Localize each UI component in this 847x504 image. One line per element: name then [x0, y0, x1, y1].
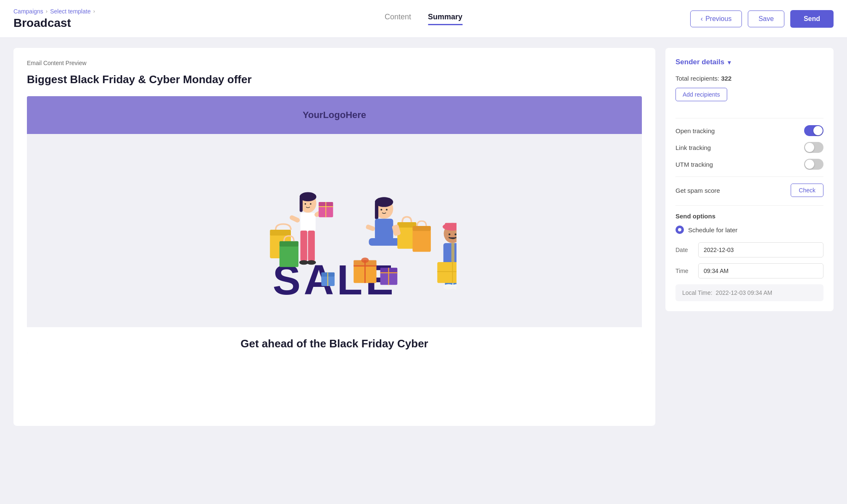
svg-rect-20 [308, 231, 314, 261]
link-tracking-row: Link tracking [675, 142, 823, 153]
preview-label: Email Content Preview [27, 60, 642, 66]
breadcrumb-campaigns[interactable]: Campaigns [13, 8, 43, 15]
schedule-radio-row[interactable]: Schedule for later [675, 226, 823, 234]
date-input[interactable] [698, 242, 823, 257]
link-tracking-label: Link tracking [675, 144, 711, 151]
sender-details-title: Sender details [675, 58, 724, 66]
email-logo-text: YourLogoHere [35, 110, 633, 121]
sender-details-header: Sender details ▾ [675, 58, 823, 66]
date-row: Date [675, 242, 823, 257]
open-tracking-row: Open tracking [675, 125, 823, 136]
add-recipients-button[interactable]: Add recipients [675, 88, 727, 101]
logo-bold: Here [346, 110, 366, 120]
local-time-label: Local Time: [682, 289, 712, 296]
svg-point-36 [380, 209, 382, 210]
link-tracking-toggle[interactable] [804, 142, 823, 153]
open-tracking-toggle[interactable] [804, 125, 823, 136]
utm-tracking-label: UTM tracking [675, 161, 713, 168]
svg-rect-45 [365, 224, 375, 232]
svg-rect-35 [375, 202, 378, 219]
illustration-container: SALE [213, 142, 456, 319]
svg-rect-43 [412, 226, 430, 231]
svg-rect-15 [299, 197, 302, 212]
divider-1 [675, 118, 823, 118]
send-button[interactable]: Send [790, 10, 834, 28]
utm-tracking-toggle[interactable] [804, 159, 823, 170]
svg-point-5 [361, 257, 369, 263]
svg-rect-19 [300, 231, 307, 261]
spam-score-label: Get spam score [675, 187, 720, 194]
breadcrumb-separator-1: › [46, 8, 47, 14]
previous-label: Previous [705, 15, 731, 23]
divider-2 [675, 176, 823, 177]
total-recipients-label: Total recipients: [675, 75, 719, 82]
shopping-illustration-svg: SALE [213, 142, 456, 302]
breadcrumb-area: Campaigns › Select template › Broadcast [13, 8, 95, 30]
svg-rect-48 [445, 223, 456, 229]
utm-tracking-row: UTM tracking [675, 159, 823, 170]
time-input[interactable] [698, 263, 823, 278]
breadcrumb-separator-2: › [93, 8, 95, 14]
svg-rect-38 [375, 219, 393, 240]
utm-tracking-knob [805, 160, 814, 169]
email-logo-bar: YourLogoHere [27, 96, 642, 134]
open-tracking-label: Open tracking [675, 127, 715, 134]
recipients-row: Total recipients: 322 [675, 75, 823, 82]
save-button[interactable]: Save [748, 10, 784, 27]
svg-rect-28 [279, 241, 298, 247]
divider-3 [675, 205, 823, 206]
svg-point-17 [310, 203, 311, 205]
send-options-title: Send options [675, 213, 823, 220]
svg-point-22 [306, 260, 316, 265]
recipients-label: Total recipients: 322 [675, 75, 731, 82]
link-tracking-knob [805, 143, 814, 152]
previous-button[interactable]: ‹ Previous [690, 10, 742, 27]
email-subject: Biggest Black Friday & Cyber Monday offe… [27, 73, 642, 86]
schedule-radio-label: Schedule for later [688, 226, 738, 234]
spam-score-row: Get spam score Check [675, 184, 823, 197]
time-row: Time [675, 263, 823, 278]
check-button[interactable]: Check [791, 184, 823, 197]
svg-point-16 [304, 203, 306, 205]
svg-point-50 [454, 234, 456, 236]
time-label: Time [675, 268, 692, 274]
svg-rect-27 [279, 245, 298, 267]
tab-summary[interactable]: Summary [428, 13, 462, 25]
tab-area: Content Summary [385, 13, 462, 25]
open-tracking-knob [813, 126, 823, 135]
email-headline: Get ahead of the Black Friday Cyber [27, 327, 642, 354]
chevron-left-icon: ‹ [701, 15, 703, 23]
svg-rect-57 [437, 262, 456, 283]
local-time-row: Local Time: 2022-12-03 09:34 AM [675, 284, 823, 301]
page-title: Broadcast [13, 16, 95, 30]
main-content: Email Content Preview Biggest Black Frid… [0, 38, 847, 436]
email-preview-panel: Email Content Preview Biggest Black Frid… [13, 48, 655, 426]
sender-panel: Sender details ▾ Total recipients: 322 A… [665, 48, 834, 311]
chevron-down-icon[interactable]: ▾ [728, 58, 731, 66]
logo-normal: YourLogo [303, 110, 346, 120]
breadcrumb: Campaigns › Select template › [13, 8, 95, 15]
email-body: YourLogoHere SALE [27, 96, 642, 354]
action-buttons: ‹ Previous Save Send [690, 10, 834, 28]
top-bar: Campaigns › Select template › Broadcast … [0, 0, 847, 38]
email-illustration: SALE [27, 134, 642, 327]
svg-rect-23 [289, 215, 301, 223]
svg-rect-42 [412, 230, 430, 252]
local-time-value: 2022-12-03 09:34 AM [716, 289, 773, 296]
svg-point-37 [385, 209, 387, 210]
tab-content[interactable]: Content [385, 13, 411, 25]
svg-point-49 [448, 234, 450, 236]
date-label: Date [675, 247, 692, 253]
schedule-radio[interactable] [675, 226, 684, 234]
svg-rect-26 [270, 230, 291, 236]
total-recipients-count: 322 [721, 75, 731, 82]
breadcrumb-select-template[interactable]: Select template [50, 8, 91, 15]
svg-rect-18 [300, 213, 315, 231]
